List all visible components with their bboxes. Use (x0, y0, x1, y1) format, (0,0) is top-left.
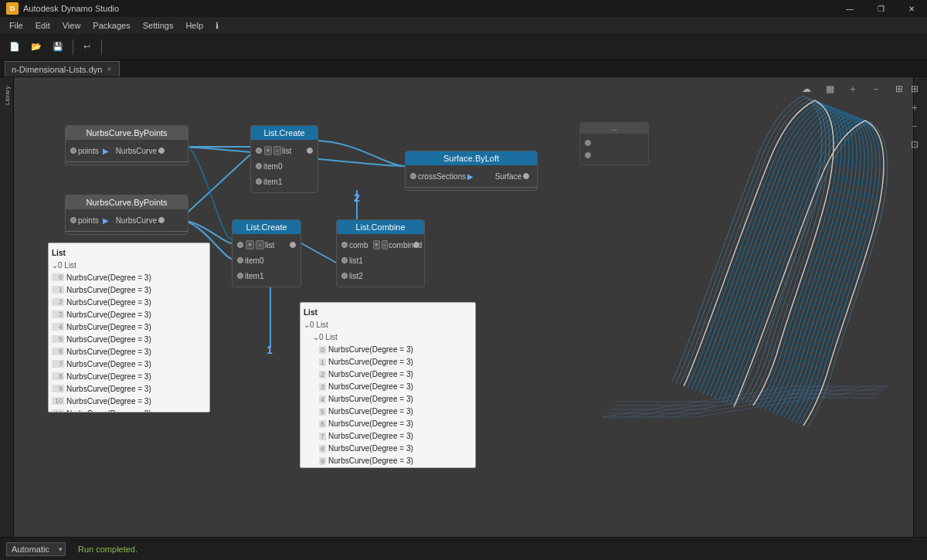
port-item0-node-in[interactable] (237, 257, 243, 263)
list-header: List (52, 246, 206, 259)
save-button[interactable]: 💾 (48, 37, 68, 57)
port-list1-in[interactable] (341, 257, 348, 263)
run-dropdown[interactable]: Automatic Manual (6, 542, 66, 556)
port-comb-in[interactable] (341, 242, 348, 248)
node-surface-byloft[interactable]: Surface.ByLoft crossSections ▶ Surface (405, 151, 538, 191)
port-partial-out1[interactable] (585, 140, 591, 146)
list-right-row-5: 5NurbsCurve(Degree = 3) (304, 405, 472, 417)
node-listcreate-header: List.Create (233, 220, 301, 234)
port-comb-label: comb (349, 241, 372, 249)
node-listcreate[interactable]: List.Create + - list item0 item1 (232, 219, 301, 287)
port-surface-label: Surface (475, 172, 521, 181)
node-listcreate-top[interactable]: List.Create + - list item0 item1 (250, 125, 318, 193)
port-list2-label: list (265, 241, 288, 249)
list-right-row-0: 0NurbsCurve(Degree = 3) (304, 343, 472, 355)
menu-help[interactable]: Help (179, 19, 209, 32)
menubar: File Edit View Packages Settings Help ℹ (0, 17, 927, 34)
restore-button[interactable]: ❐ (865, 0, 896, 17)
list-row-9: 9NurbsCurve(Degree = 3) (52, 382, 206, 395)
port-list2-out[interactable] (290, 242, 296, 248)
port-item1-top-label: item1 (263, 178, 287, 186)
tab-current[interactable]: n-Dimensional-Lists.dyn × (5, 61, 120, 76)
menu-view[interactable]: View (56, 19, 87, 32)
node-surface-header: Surface.ByLoft (406, 151, 537, 165)
port-arrow2: ▶ (103, 216, 109, 225)
port-item0-in[interactable] (237, 242, 243, 248)
menu-packages[interactable]: Packages (87, 19, 136, 32)
node-nurbs2-header: NurbsCurve.ByPoints (66, 195, 188, 209)
list-row-10: 10NurbsCurve(Degree = 3) (52, 395, 206, 407)
menu-file[interactable]: File (3, 19, 29, 32)
port-combined-label: combined (389, 241, 412, 249)
tab-label: n-Dimensional-Lists.dyn (12, 65, 102, 74)
port-add-btn[interactable]: + (264, 146, 272, 155)
port-comb-rem[interactable]: - (382, 240, 389, 249)
port-add-btn2[interactable]: + (246, 240, 254, 249)
app-icon: D (6, 2, 19, 15)
node-nurbs1[interactable]: NurbsCurve.ByPoints points ▶ NurbsCurve (65, 125, 188, 165)
titlebar: D Autodesk Dynamo Studio — ❐ ✕ (0, 0, 927, 17)
node-listcombine[interactable]: List.Combine comb + - combined list1 lis… (336, 219, 425, 287)
port-remove-btn2[interactable]: - (256, 240, 264, 249)
undo-button[interactable]: ↩ (76, 37, 97, 57)
port-nurbs-out[interactable] (158, 148, 165, 154)
port-nurbs2-out[interactable] (158, 217, 165, 223)
tab-close-button[interactable]: × (107, 65, 111, 73)
list-row-6: 6NurbsCurve(Degree = 3) (52, 345, 206, 358)
port-item0-top-label: item0 (263, 162, 287, 171)
port-comb-add[interactable]: + (373, 240, 380, 249)
port-points2-label: points (78, 216, 101, 225)
zoom-out-icon[interactable]: － (904, 117, 925, 134)
node-nurbs2[interactable]: NurbsCurve.ByPoints points ▶ NurbsCurve (65, 195, 188, 235)
bottombar: Automatic Manual Run completed. (0, 537, 927, 560)
port-item0-node-label: item0 (245, 256, 268, 265)
run-select[interactable]: Automatic Manual (6, 542, 66, 556)
port-item1-top-in[interactable] (256, 178, 262, 185)
status-text: Run completed. (78, 545, 138, 554)
menu-info[interactable]: ℹ (209, 19, 225, 32)
port-cross-in[interactable] (410, 173, 416, 179)
minimize-button[interactable]: — (834, 0, 865, 17)
list-right-row-8: 8NurbsCurve(Degree = 3) (304, 442, 472, 454)
node-partial-top[interactable]: ... (579, 122, 649, 165)
canvas-area[interactable]: NurbsCurve.ByPoints points ▶ NurbsCurve … (0, 77, 927, 537)
port-item0-top-in[interactable] (256, 148, 262, 154)
port-item1-node-in[interactable] (237, 273, 243, 279)
port-list-out[interactable] (307, 148, 313, 154)
list-row-4: 4NurbsCurve(Degree = 3) (52, 321, 206, 333)
port-remove-btn[interactable]: - (273, 146, 281, 155)
port-list2-in[interactable] (341, 273, 348, 279)
port-item1-node-label: item1 (245, 272, 268, 280)
toolbar-separator (73, 39, 73, 55)
port-cross-label: crossSections (418, 172, 466, 181)
svg-line-2 (301, 243, 336, 263)
close-button[interactable]: ✕ (896, 0, 927, 17)
zoom-in-icon[interactable]: ＋ (904, 99, 925, 116)
list-right-row-6: 6NurbsCurve(Degree = 3) (304, 417, 472, 429)
new-button[interactable]: 📄 (5, 37, 25, 57)
list-row-0: 0NurbsCurve(Degree = 3) (52, 271, 206, 283)
menu-edit[interactable]: Edit (29, 19, 56, 32)
fullscreen-icon[interactable]: ⊞ (904, 80, 925, 97)
title-text: Autodesk Dynamo Studio (23, 4, 119, 13)
list-right-row-10: 10NurbsCurve(Degree = 3) (304, 467, 472, 468)
list-panel-right: List ⌄0 List ⌄0 List 0NurbsCurve(Degree … (300, 302, 476, 468)
port-points-in[interactable] (70, 148, 76, 154)
port-arrow-byloft: ▶ (467, 172, 474, 181)
port-surface-out[interactable] (523, 173, 529, 179)
list-row-11: 11NurbsCurve(Degree = 3) (52, 407, 206, 412)
list-row-2: 2NurbsCurve(Degree = 3) (52, 296, 206, 308)
port-partial-out2[interactable] (585, 152, 591, 158)
list-right-header: List (304, 306, 472, 318)
fit-icon[interactable]: ⊡ (904, 136, 925, 153)
library-icon[interactable]: Library (2, 80, 12, 111)
port-item0-top-in2[interactable] (256, 163, 262, 169)
window-controls: — ❐ ✕ (834, 0, 927, 17)
open-button[interactable]: 📂 (26, 37, 46, 57)
list-panel-left: List ⌄0 List 0NurbsCurve(Degree = 3) 1Nu… (48, 243, 210, 412)
toolbar-separator2 (101, 39, 102, 55)
list-row-3: 3NurbsCurve(Degree = 3) (52, 308, 206, 321)
port-combined-out[interactable] (413, 242, 419, 248)
port-points2-in[interactable] (70, 217, 76, 223)
menu-settings[interactable]: Settings (137, 19, 180, 32)
